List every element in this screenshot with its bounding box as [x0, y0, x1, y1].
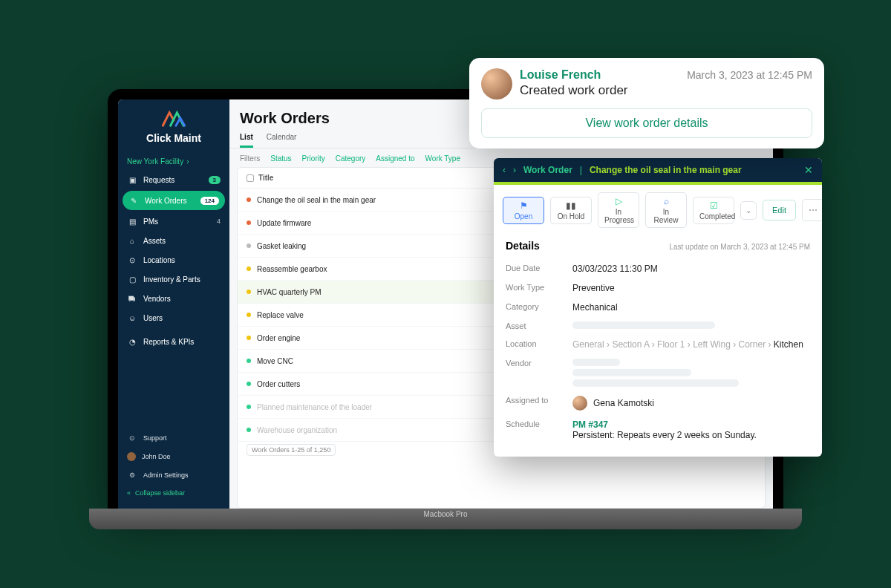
filter-assigned[interactable]: Assigned to: [376, 154, 414, 163]
sidebar-item-users[interactable]: ☺ Users: [118, 308, 229, 327]
filter-status[interactable]: Status: [270, 154, 291, 163]
sidebar-support[interactable]: ⊙ Support: [118, 428, 229, 448]
chevron-left-icon: «: [127, 489, 131, 497]
sidebar-item-reports[interactable]: ◔ Reports & KPIs: [118, 332, 229, 351]
next-icon[interactable]: ›: [513, 165, 516, 175]
pin-icon: ⊙: [127, 255, 137, 265]
sidebar-item-label: Vendors: [143, 295, 171, 303]
assets-icon: ⌂: [127, 235, 137, 246]
sidebar-item-work-orders[interactable]: ✎ Work Orders 124: [123, 191, 225, 210]
select-all-checkbox[interactable]: [247, 174, 254, 182]
sidebar-item-label: Reports & KPIs: [143, 338, 194, 346]
facility-label: New York Facility: [127, 157, 183, 166]
sidebar-item-label: Inventory & Parts: [143, 275, 200, 284]
laptop-label: Macbook Pro: [424, 510, 468, 518]
page-title: Work Orders: [240, 110, 330, 127]
logo: Click Maint: [118, 107, 229, 144]
wrench-icon: ✎: [128, 195, 139, 206]
field-label: Assigned to: [506, 396, 572, 411]
sidebar-item-requests[interactable]: ▣ Requests 3: [118, 170, 229, 189]
close-icon[interactable]: ✕: [804, 164, 813, 176]
status-inreview[interactable]: ⌕In Review: [645, 192, 687, 228]
sidebar-item-label: Work Orders: [145, 197, 187, 205]
sidebar-item-label: Requests: [143, 176, 174, 184]
priority-dot: [247, 336, 251, 340]
truck-icon: ⛟: [127, 293, 137, 304]
pagination-info: Work Orders 1-25 of 1,250: [247, 444, 336, 456]
sidebar-item-assets[interactable]: ⌂ Assets: [118, 231, 229, 250]
priority-dot: [247, 197, 251, 202]
panel-title: Change the oil seal in the main gear: [590, 165, 742, 175]
panel-label: Work Order: [523, 165, 572, 175]
priority-dot: [247, 382, 251, 386]
facility-selector[interactable]: New York Facility ›: [118, 153, 229, 170]
status-onhold[interactable]: ▮▮On Hold: [550, 197, 592, 224]
prev-icon[interactable]: ‹: [503, 165, 506, 175]
users-icon: ☺: [127, 313, 137, 323]
filter-category[interactable]: Category: [336, 154, 366, 163]
sidebar-item-label: Assets: [143, 237, 166, 245]
tab-calendar[interactable]: Calendar: [267, 130, 297, 148]
status-inprogress[interactable]: ▷In Progress: [598, 192, 639, 228]
sidebar-item-pms[interactable]: ▤ PMs 4: [118, 212, 229, 231]
collapse-sidebar[interactable]: « Collapse sidebar: [118, 485, 229, 501]
priority-dot: [247, 267, 251, 271]
priority-dot: [247, 244, 251, 248]
field-label: Vendor: [506, 359, 572, 387]
calendar-icon: ▤: [127, 216, 137, 226]
filter-priority[interactable]: Priority: [302, 154, 325, 163]
laptop-base: Macbook Pro: [89, 509, 802, 529]
notif-user: Louise French: [520, 68, 601, 82]
details-heading: Details: [506, 240, 540, 252]
field-label: Work Type: [506, 283, 572, 293]
sidebar-item-label: Users: [143, 314, 163, 322]
vendor-value: [572, 359, 810, 387]
field-label: Schedule: [506, 419, 572, 440]
schedule-text: Persistent: Repeats every 2 weeks on Sun…: [572, 430, 757, 440]
avatar: [572, 396, 587, 411]
sidebar-item-inventory[interactable]: ▢ Inventory & Parts: [118, 270, 229, 289]
assigned-value: Gena Kamotski: [572, 396, 810, 411]
field-label: Asset: [506, 321, 572, 330]
sidebar-item-label: Locations: [143, 256, 175, 264]
sidebar-item-label: PMs: [143, 218, 158, 226]
priority-dot: [247, 405, 251, 409]
priority-dot: [247, 428, 251, 432]
tab-list[interactable]: List: [240, 130, 253, 148]
pause-icon: ▮▮: [557, 200, 585, 211]
requests-icon: ▣: [127, 174, 137, 185]
category-value: Mechanical: [572, 302, 810, 313]
support-icon: ⊙: [127, 433, 137, 443]
more-button[interactable]: ⋯: [802, 199, 822, 221]
view-details-button[interactable]: View work order details: [481, 108, 812, 138]
schedule-link[interactable]: PM #347: [572, 419, 608, 430]
sidebar-item-locations[interactable]: ⊙ Locations: [118, 250, 229, 270]
sidebar-item-vendors[interactable]: ⛟ Vendors: [118, 289, 229, 308]
collapse-label: Collapse sidebar: [135, 489, 185, 497]
status-open[interactable]: ⚑Open: [503, 197, 544, 224]
sidebar-item-label: Admin Settings: [143, 471, 189, 479]
play-icon: ▷: [604, 196, 633, 206]
more-statuses[interactable]: ⌄: [740, 201, 757, 220]
status-completed[interactable]: ☑Completed: [693, 197, 734, 224]
col-title[interactable]: Title: [258, 174, 273, 182]
priority-dot: [247, 290, 251, 294]
notif-time: March 3, 2023 at 12:45 PM: [687, 69, 812, 81]
filter-label: Filters: [240, 154, 260, 163]
sidebar-user[interactable]: John Doe: [118, 448, 229, 466]
filter-worktype[interactable]: Work Type: [425, 154, 460, 163]
count: 4: [217, 218, 221, 225]
priority-dot: [247, 220, 251, 225]
logo-icon: [157, 107, 190, 129]
check-icon: ☑: [699, 200, 728, 211]
priority-dot: [247, 313, 251, 317]
edit-button[interactable]: Edit: [763, 200, 796, 220]
field-label: Location: [506, 339, 572, 350]
search-icon: ⌕: [652, 196, 680, 206]
field-label: Category: [506, 302, 572, 313]
divider: |: [580, 165, 582, 175]
sidebar-admin[interactable]: ⚙ Admin Settings: [118, 466, 229, 485]
panel-header: ‹ › Work Order | Change the oil seal in …: [494, 158, 822, 185]
flag-icon: ⚑: [509, 200, 538, 211]
avatar: [481, 68, 512, 99]
